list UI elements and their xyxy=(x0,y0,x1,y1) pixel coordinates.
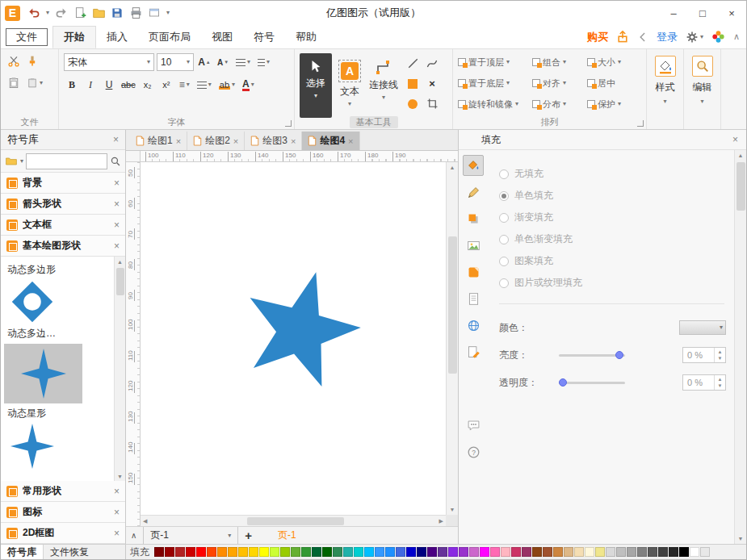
toolbar-options-button[interactable] xyxy=(145,4,163,22)
rotate-mirror-button[interactable]: 旋转和镜像▾ xyxy=(458,95,527,113)
palette-swatch[interactable] xyxy=(648,547,657,557)
buy-button[interactable]: 购买 xyxy=(587,30,608,44)
tab-help[interactable]: 帮助 xyxy=(285,26,327,48)
scrollbar-thumb[interactable] xyxy=(116,268,124,295)
palette-swatch[interactable] xyxy=(312,547,321,557)
shape-dynamic-star-selected[interactable] xyxy=(4,344,82,403)
close-icon[interactable]: × xyxy=(114,528,120,539)
cut-button[interactable] xyxy=(6,53,22,69)
library-folder-icon[interactable] xyxy=(5,155,18,168)
section-text-box[interactable]: 文本框× xyxy=(1,215,125,236)
text-tool-button[interactable]: A 文本 ▾ xyxy=(334,53,366,118)
document-tab-active[interactable]: 绘图4 × xyxy=(302,132,359,150)
radio-icon[interactable] xyxy=(499,257,509,266)
palette-swatch[interactable] xyxy=(259,547,269,557)
strikethrough-button[interactable]: abc xyxy=(120,77,137,93)
scrollbar-thumb[interactable] xyxy=(247,517,344,525)
palette-swatch[interactable] xyxy=(543,547,552,557)
hyperlink-tab-button[interactable] xyxy=(463,315,484,336)
palette-swatch[interactable] xyxy=(459,547,468,557)
connector-tool-button[interactable]: 连接线 ▾ xyxy=(367,53,400,118)
alignment-button[interactable]: ▾ xyxy=(233,54,253,70)
open-folder-button[interactable] xyxy=(90,4,107,22)
section-arrow-shapes[interactable]: 箭头形状× xyxy=(1,194,125,215)
close-icon[interactable]: × xyxy=(114,199,120,210)
close-button[interactable]: × xyxy=(717,1,746,25)
radio-icon[interactable] xyxy=(499,278,509,288)
edraw-apps-button[interactable] xyxy=(711,30,725,44)
section-basic-drawing-shapes[interactable]: 基本绘图形状× xyxy=(1,236,125,257)
palette-swatch[interactable] xyxy=(165,547,174,557)
close-icon[interactable]: × xyxy=(114,486,120,497)
settings-button[interactable]: ▾ xyxy=(686,31,703,44)
fill-option-texture[interactable]: 图片或纹理填充 xyxy=(499,272,726,294)
scrollbar-thumb[interactable] xyxy=(448,236,457,374)
palette-swatch[interactable] xyxy=(207,547,216,557)
document-tab[interactable]: 绘图3 × xyxy=(245,132,302,150)
collapse-pages-icon[interactable]: ∧ xyxy=(131,531,136,540)
palette-swatch[interactable] xyxy=(616,547,626,557)
palette-swatch[interactable] xyxy=(291,547,300,557)
brightness-spinner[interactable]: 0 % ▲▼ xyxy=(682,347,726,363)
palette-swatch[interactable] xyxy=(228,547,237,557)
bring-to-front-button[interactable]: 置于顶层▾ xyxy=(458,53,527,71)
close-icon[interactable]: × xyxy=(114,178,120,189)
comment-tab-button[interactable] xyxy=(463,415,484,436)
underline-button[interactable]: U xyxy=(101,77,117,93)
tab-file[interactable]: 文件 xyxy=(6,28,48,46)
arrow-down-icon[interactable]: ▼ xyxy=(718,382,723,389)
superscript-button[interactable]: x² xyxy=(158,77,174,93)
palette-swatch[interactable] xyxy=(343,547,353,557)
shrink-font-button[interactable]: A▼ xyxy=(215,54,231,70)
palette-swatch[interactable] xyxy=(501,547,510,557)
note-tab-button[interactable] xyxy=(463,341,484,362)
scroll-right-icon[interactable]: ▶ xyxy=(439,518,443,524)
font-dialog-launcher[interactable] xyxy=(285,120,292,127)
palette-swatch[interactable] xyxy=(511,547,521,557)
arrange-dialog-launcher[interactable] xyxy=(637,120,644,127)
rectangle-tool-button[interactable] xyxy=(403,73,422,94)
palette-swatch[interactable] xyxy=(270,547,279,557)
close-icon[interactable]: × xyxy=(113,134,119,145)
scroll-up-icon[interactable]: ▲ xyxy=(117,257,123,266)
help-tab-button[interactable]: ? xyxy=(463,441,484,462)
palette-swatch[interactable] xyxy=(585,547,594,557)
crop-tool-button[interactable] xyxy=(422,94,442,114)
fill-panel-scrollbar[interactable]: ▲ ▼ xyxy=(734,150,746,544)
protect-button[interactable]: 保护▾ xyxy=(587,95,637,113)
scroll-left-icon[interactable]: ◀ xyxy=(143,518,147,524)
format-painter-button[interactable] xyxy=(24,53,40,69)
maximize-button[interactable]: □ xyxy=(688,1,717,25)
fill-option-pattern[interactable]: 图案填充 xyxy=(499,250,726,272)
palette-swatch[interactable] xyxy=(469,547,479,557)
palette-swatch[interactable] xyxy=(490,547,500,557)
edit-button[interactable]: 编辑 ▾ xyxy=(684,49,721,129)
document-tab[interactable]: 绘图1 × xyxy=(130,132,187,150)
style-button[interactable]: 样式 ▾ xyxy=(647,49,684,129)
palette-swatch[interactable] xyxy=(333,547,342,557)
subscript-button[interactable]: x₂ xyxy=(140,77,156,93)
fill-option-none[interactable]: 无填充 xyxy=(499,163,726,185)
arrow-down-icon[interactable]: ▼ xyxy=(718,355,723,361)
palette-swatch[interactable] xyxy=(217,547,227,557)
palette-swatch[interactable] xyxy=(364,547,374,557)
transparency-slider[interactable] xyxy=(559,382,625,384)
bold-button[interactable]: B xyxy=(64,77,80,93)
line-style-tab-button[interactable] xyxy=(463,182,484,203)
undo-dropdown[interactable]: ▾ xyxy=(44,4,52,22)
page-setup-tab-button[interactable] xyxy=(463,288,484,309)
tab-page-layout[interactable]: 页面布局 xyxy=(138,26,201,48)
horizontal-scrollbar[interactable]: ◀ ▶ xyxy=(141,515,446,526)
close-icon[interactable]: × xyxy=(114,507,120,518)
document-tab[interactable]: 绘图2 × xyxy=(187,132,245,150)
arrow-up-icon[interactable]: ▲ xyxy=(718,349,723,355)
spinner-arrows[interactable]: ▲▼ xyxy=(714,375,725,390)
palette-swatch[interactable] xyxy=(396,547,405,557)
scroll-down-icon[interactable]: ▼ xyxy=(450,504,455,515)
palette-swatch[interactable] xyxy=(700,547,710,557)
tab-symbol-library[interactable]: 符号库 xyxy=(1,545,43,559)
canvas-star-shape[interactable] xyxy=(229,256,371,398)
palette-swatch[interactable] xyxy=(196,547,206,557)
undo-button[interactable] xyxy=(25,4,43,22)
size-button[interactable]: 大小▾ xyxy=(587,53,637,71)
